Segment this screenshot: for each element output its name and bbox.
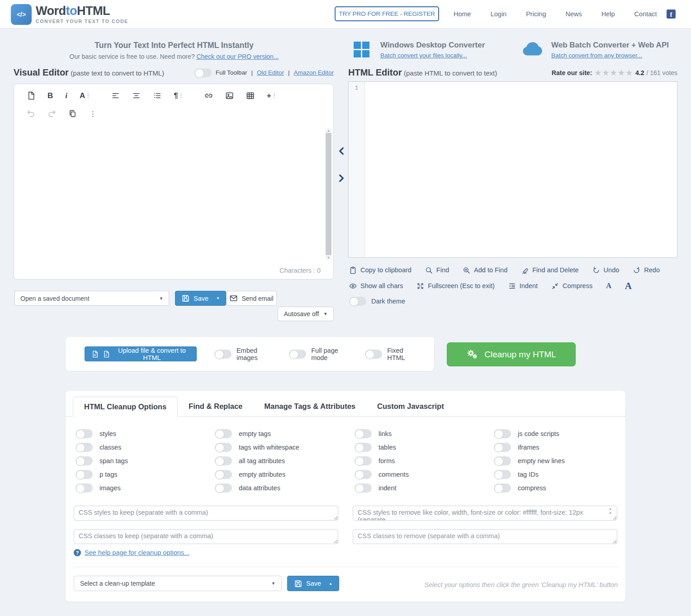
windows-converter-link[interactable]: Batch convert your files locally... (380, 52, 467, 59)
align-left-button[interactable] (111, 90, 120, 100)
p-tags-toggle[interactable] (76, 470, 93, 479)
tab-manage-tags-attributes[interactable]: Manage Tags & Attributes (253, 397, 366, 416)
cleanup-template-select[interactable]: Select a clean-up template▼ (74, 576, 282, 591)
undo-button[interactable] (27, 109, 35, 118)
font-menu-icon: A⋮ (80, 92, 90, 100)
nav-link-login[interactable]: Login (491, 10, 506, 18)
paragraph-options-button[interactable]: ¶⋮ (174, 90, 183, 100)
nav-link-home[interactable]: Home (454, 10, 471, 18)
tab-html-cleanup-options[interactable]: HTML Cleanup Options (73, 397, 178, 417)
css-styles-remove-input[interactable] (353, 506, 617, 521)
css-classes-keep-input[interactable] (74, 529, 338, 544)
dark-theme-toggle[interactable] (349, 297, 366, 306)
send-email-button[interactable]: Send email (226, 291, 277, 306)
copy-button[interactable] (68, 109, 77, 118)
star-icon[interactable]: ★ (618, 68, 625, 77)
undo-button[interactable]: Undo (592, 265, 620, 275)
nav-link-news[interactable]: News (566, 10, 582, 18)
caret-down-icon[interactable]: ▼ (216, 296, 220, 300)
star-icon[interactable]: ★ (602, 68, 610, 77)
more-options-button[interactable]: ⋮ (89, 109, 96, 118)
scrollbar[interactable]: ▲▼ (326, 128, 331, 260)
empty-attributes-toggle[interactable] (215, 470, 232, 479)
move-right-chevron[interactable] (337, 172, 346, 184)
indent-toggle[interactable] (355, 483, 372, 493)
bold-button[interactable]: B (47, 90, 53, 100)
find-button[interactable]: Find (425, 265, 449, 275)
show-all-chars-button[interactable]: Show all chars (349, 281, 403, 291)
images-toggle[interactable] (76, 483, 93, 493)
all-tag-attributes-toggle[interactable] (215, 456, 232, 465)
rating-stars[interactable]: ★★★★★ (594, 68, 633, 78)
font-options-button[interactable]: A⋮ (80, 90, 90, 100)
compress-toggle[interactable] (494, 483, 511, 493)
nav-link-contact[interactable]: Contact (634, 10, 657, 18)
facebook-icon[interactable]: f (667, 9, 676, 19)
spinner-arrows[interactable]: ▲▼ (609, 507, 612, 515)
save-document-button[interactable]: Save ▼ (175, 291, 226, 306)
star-icon[interactable]: ★ (594, 68, 602, 77)
forms-toggle[interactable] (355, 456, 372, 465)
links-toggle[interactable] (355, 429, 372, 438)
site-logo[interactable]: </> WordtoHTML CONVERT YOUR TEXT TO CODE (11, 4, 128, 25)
js-code-scripts-toggle[interactable] (494, 429, 511, 438)
move-left-chevron[interactable] (337, 145, 346, 157)
embed-images-toggle[interactable] (214, 350, 232, 359)
tab-custom-javascript[interactable]: Custom Javascript (366, 397, 455, 416)
insert-table-button[interactable] (246, 90, 255, 100)
compress-button[interactable]: Compress (551, 281, 592, 291)
star-icon[interactable]: ★ (625, 68, 633, 77)
empty-new-lines-toggle[interactable] (494, 456, 511, 465)
data-attributes-toggle[interactable] (215, 483, 232, 493)
upload-file-button[interactable]: W A Upload file & convert to HTML (85, 346, 197, 361)
increase-font-button[interactable]: A (625, 281, 632, 291)
find-and-delete-button[interactable]: Find and Delete (521, 265, 578, 275)
styles-toggle[interactable] (76, 429, 93, 438)
add-to-find-button[interactable]: Add to Find (463, 265, 507, 275)
css-classes-remove-input[interactable] (353, 529, 617, 544)
classes-toggle[interactable] (76, 443, 93, 452)
iframes-toggle[interactable] (494, 443, 511, 452)
try-pro-register-button[interactable]: TRY PRO FOR FREE - REGISTER (335, 6, 439, 21)
css-styles-keep-input[interactable] (74, 506, 338, 521)
redo-button[interactable] (47, 109, 56, 118)
align-center-button[interactable] (132, 90, 141, 100)
new-document-button[interactable] (27, 90, 35, 100)
save-template-button[interactable]: Save ▲ (287, 576, 339, 591)
span-tags-toggle[interactable] (76, 456, 93, 465)
star-icon[interactable]: ★ (610, 68, 618, 77)
pro-version-link[interactable]: Check out our PRO version... (196, 53, 279, 60)
old-editor-link[interactable]: Old Editor (257, 69, 284, 76)
indent-button[interactable]: Indent (508, 281, 538, 291)
tab-find-replace[interactable]: Find & Replace (178, 397, 253, 416)
scrollbar-thumb[interactable] (326, 133, 331, 255)
insert-link-button[interactable] (204, 90, 213, 100)
insert-more-button[interactable]: +⋮ (267, 90, 277, 100)
empty-tags-toggle[interactable] (215, 429, 232, 438)
decrease-font-button[interactable]: A (606, 281, 611, 291)
ordered-list-button[interactable] (153, 90, 161, 100)
amazon-editor-link[interactable]: Amazon Editor (293, 69, 334, 76)
nav-link-help[interactable]: Help (601, 10, 615, 18)
fullscreen-button[interactable]: Fullscreen (Esc to exit) (416, 281, 494, 291)
italic-button[interactable]: i (65, 90, 67, 100)
insert-image-button[interactable] (225, 90, 234, 100)
comments-toggle[interactable] (355, 470, 372, 479)
html-code-area[interactable] (365, 82, 677, 257)
tag-ids-toggle[interactable] (494, 470, 511, 479)
visual-editor[interactable]: BiA⋮¶⋮+⋮ ⋮ ▲▼ Characters : 0 (14, 84, 334, 280)
cleanup-my-html-button[interactable]: Cleanup my HTML (447, 342, 576, 366)
open-saved-document-select[interactable]: Open a saved document▼ (14, 291, 169, 306)
copy-to-clipboard-button[interactable]: Copy to clipboard (349, 265, 412, 275)
nav-link-pricing[interactable]: Pricing (526, 10, 546, 18)
web-batch-link[interactable]: Batch convert from any browser... (551, 52, 642, 59)
full-page-mode-toggle[interactable] (289, 350, 306, 359)
redo-button[interactable]: Redo (633, 265, 660, 275)
autosave-select[interactable]: Autosave off▼ (278, 307, 334, 321)
tags-with-whitespace-toggle[interactable] (215, 443, 232, 452)
fixed-html-toggle[interactable] (365, 350, 382, 359)
tables-toggle[interactable] (355, 443, 372, 452)
caret-up-icon[interactable]: ▲ (329, 582, 332, 586)
cleanup-help-link[interactable]: ? See help page for cleanup options... (74, 549, 189, 556)
full-toolbar-toggle[interactable] (194, 68, 212, 77)
